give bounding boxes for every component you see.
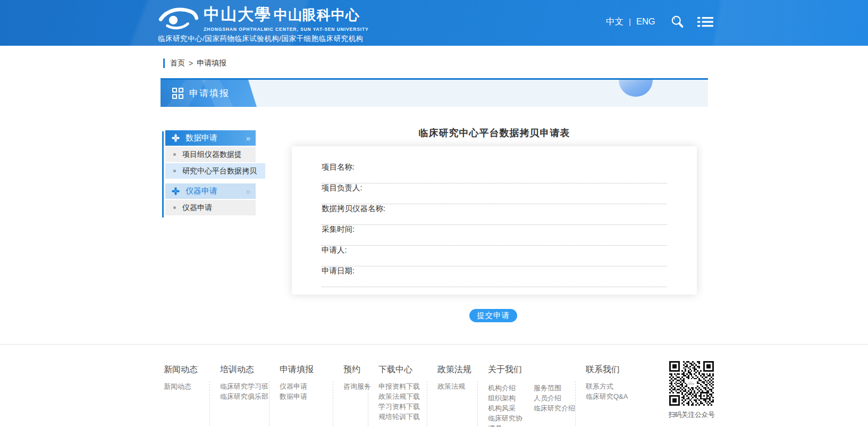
sidebar-item-label: 仪器申请 — [182, 203, 212, 213]
footer-link[interactable]: 机构风采 — [488, 403, 525, 413]
footer-col-contact: 联系我们 联系方式 临床研究Q&A — [575, 364, 644, 427]
form-field-application-date: 申请日期: — [322, 267, 667, 287]
footer-col-title[interactable]: 联系我们 — [586, 364, 644, 375]
field-label: 申请人: — [322, 246, 667, 254]
sidebar-group-data-application[interactable]: 数据申请 » — [165, 130, 256, 146]
footer-col-download: 下载中心 申报资料下载 政策法规下载 学习资料下载 规培轮训下载 — [368, 364, 427, 427]
qr-caption: 扫码关注公众号 — [662, 411, 721, 420]
applicant-input[interactable] — [322, 258, 667, 266]
footer-link[interactable]: 临床研究介绍 — [534, 403, 575, 413]
footer-col-title[interactable]: 申请填报 — [280, 364, 333, 375]
footer-col-title[interactable]: 培训动态 — [220, 364, 269, 375]
header-actions: 中文 | ENG — [606, 14, 713, 29]
search-icon[interactable] — [670, 14, 685, 29]
lang-cn-link[interactable]: 中文 — [606, 16, 623, 28]
banner-title-row: 申请填报 — [172, 80, 230, 107]
bullet-icon — [173, 206, 176, 209]
chevron-right-icon: » — [246, 187, 250, 195]
sidebar-nav: 数据申请 » 项目组仪器数据提 研究中心平台数据拷贝 仪器申请 » — [162, 130, 265, 216]
footer-col-title[interactable]: 下载中心 — [378, 364, 427, 375]
footer-link[interactable]: 政策法规下载 — [378, 393, 427, 400]
brand-name: 中山眼科中心 — [274, 6, 360, 24]
breadcrumb-home-link[interactable]: 首页 — [170, 58, 185, 68]
footer-link[interactable]: 规培轮训下载 — [378, 413, 427, 420]
footer-link[interactable]: 临床研究Q&A — [586, 393, 644, 400]
form-field-project-name: 项目名称: — [322, 163, 667, 183]
page: 中山大學 中山眼科中心 ZHONGSHAN OPHTHALMIC CENTER,… — [0, 0, 868, 427]
qr-block: 扫码关注公众号 — [662, 361, 721, 427]
footer-col-title[interactable]: 新闻动态 — [164, 364, 209, 375]
brand[interactable]: 中山大學 中山眼科中心 ZHONGSHAN OPHTHALMIC CENTER,… — [158, 4, 369, 44]
footer-link[interactable]: 数据申请 — [280, 393, 333, 400]
footer-col-news: 新闻动态 新闻动态 — [164, 364, 209, 427]
footer-col-title[interactable]: 政策法规 — [437, 364, 477, 375]
bullet-icon — [173, 153, 176, 156]
site-footer: 新闻动态 新闻动态 培训动态 临床研究学习班 临床研究俱乐部 申请填报 仪器申请… — [0, 344, 868, 427]
instrument-name-input[interactable] — [322, 217, 667, 225]
field-label: 采集时间: — [322, 225, 667, 233]
bullet-icon — [173, 170, 176, 172]
footer-col-application: 申请填报 仪器申请 数据申请 — [269, 364, 333, 427]
banner-semicircle-decoration — [619, 80, 653, 97]
footer-link[interactable]: 人员介绍 — [534, 393, 575, 403]
brand-subtitle: 临床研究中心/国家药物临床试验机构/国家干细胞临床研究机构 — [158, 34, 369, 44]
sidebar-item-label: 项目组仪器数据提 — [182, 150, 242, 160]
footer-link[interactable]: 咨询服务 — [343, 383, 368, 390]
chevron-right-icon: » — [246, 134, 250, 142]
application-date-input[interactable] — [322, 279, 667, 287]
form-field-collection-time: 采集时间: — [322, 225, 667, 246]
footer-col-about: 关于我们 机构介绍 组织架构 机构风采 临床研究协调员 服务范围 人员介绍 临床… — [477, 364, 575, 427]
footer-col-training: 培训动态 临床研究学习班 临床研究俱乐部 — [209, 364, 269, 427]
footer-link[interactable]: 仪器申请 — [280, 383, 333, 390]
footer-col-reservation: 预约 咨询服务 — [333, 364, 368, 427]
footer-link[interactable]: 组织架构 — [488, 393, 525, 403]
site-header: 中山大學 中山眼科中心 ZHONGSHAN OPHTHALMIC CENTER,… — [0, 0, 868, 46]
footer-link[interactable]: 临床研究俱乐部 — [220, 393, 269, 400]
footer-link[interactable]: 临床研究协调员 — [488, 413, 525, 427]
sidebar-item-instrument-application[interactable]: 仪器申请 — [165, 200, 256, 215]
eye-logo-icon — [158, 5, 199, 31]
qr-code-image — [669, 361, 714, 406]
footer-link[interactable]: 学习资料下载 — [378, 403, 427, 410]
footer-col-title[interactable]: 预约 — [343, 364, 368, 375]
petal-icon — [172, 187, 180, 195]
footer-link[interactable]: 临床研究学习班 — [220, 383, 269, 390]
brand-english: ZHONGSHAN OPHTHALMIC CENTER, SUN YAT-SEN… — [204, 27, 369, 32]
footer-link[interactable]: 政策法规 — [437, 383, 477, 390]
lang-divider: | — [629, 17, 631, 26]
sidebar-item-label: 研究中心平台数据拷贝 — [182, 166, 257, 176]
submit-button[interactable]: 提交申请 — [469, 309, 517, 322]
sidebar-group-label: 仪器申请 — [186, 186, 217, 196]
footer-link[interactable]: 联系方式 — [586, 383, 644, 390]
banner-title: 申请填报 — [189, 87, 230, 99]
form-field-instrument-name: 数据拷贝仪器名称: — [322, 205, 667, 225]
breadcrumb-separator: > — [189, 59, 193, 68]
sidebar-group-instrument-application[interactable]: 仪器申请 » — [165, 183, 256, 199]
footer-link[interactable]: 机构介绍 — [488, 383, 525, 393]
collection-time-input[interactable] — [322, 238, 667, 246]
footer-col-title[interactable]: 关于我们 — [488, 364, 575, 375]
field-label: 项目负责人: — [322, 184, 667, 192]
breadcrumb-current: 申请填报 — [197, 58, 226, 68]
sidebar-item-platform-data-copy[interactable]: 研究中心平台数据拷贝 — [165, 163, 265, 179]
form-field-applicant: 申请人: — [322, 246, 667, 266]
form-title: 临床研究中心平台数据拷贝申请表 — [292, 127, 697, 139]
sidebar-group-label: 数据申请 — [186, 133, 217, 143]
sidebar-item-project-instrument-data[interactable]: 项目组仪器数据提 — [165, 147, 256, 162]
lang-en-link[interactable]: ENG — [636, 16, 655, 27]
footer-link[interactable]: 服务范围 — [534, 383, 575, 393]
project-name-input[interactable] — [322, 175, 667, 183]
brand-calligraphy: 中山大學 — [204, 4, 272, 26]
sidebar-rail-decoration — [162, 131, 164, 217]
footer-link[interactable]: 申报资料下载 — [378, 383, 427, 390]
field-label: 数据拷贝仪器名称: — [322, 205, 667, 213]
application-form-card: 项目名称: 项目负责人: 数据拷贝仪器名称: 采集时间: 申请人: 申请日期: — [292, 146, 697, 295]
footer-link[interactable]: 新闻动态 — [164, 383, 209, 390]
breadcrumb: 首页 > 申请填报 — [163, 58, 226, 68]
petal-icon — [172, 134, 180, 142]
page-banner: 申请填报 — [161, 78, 708, 107]
menu-list-icon[interactable] — [697, 15, 713, 28]
project-leader-input[interactable] — [322, 196, 667, 204]
field-label: 项目名称: — [322, 163, 667, 171]
form-field-project-leader: 项目负责人: — [322, 184, 667, 204]
